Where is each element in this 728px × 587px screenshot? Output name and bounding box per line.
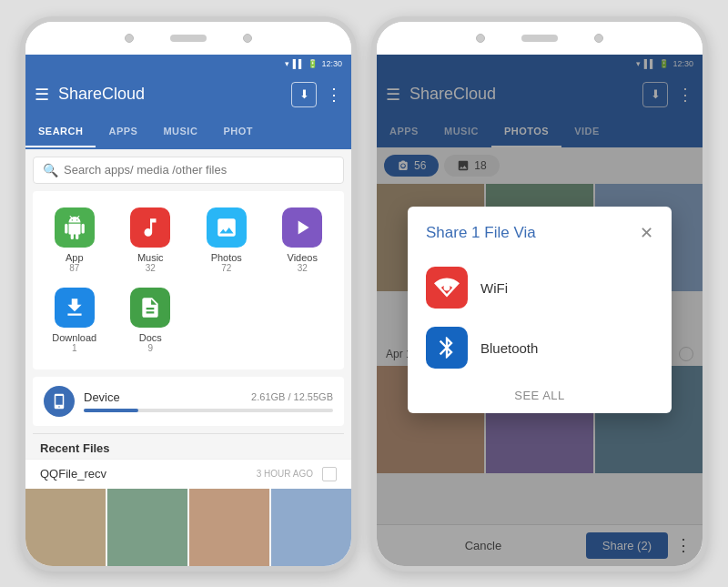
main-tabs-1: SEARCH APPS MUSIC PHOT	[25, 116, 351, 149]
storage-fill	[84, 409, 138, 412]
status-icons-1: ▾ ▌▌ 🔋 12:30	[285, 59, 342, 68]
storage-values: 2.61GB / 12.55GB	[251, 391, 333, 402]
tab-photos-1[interactable]: PHOT	[210, 116, 266, 147]
battery-icon: 🔋	[308, 59, 318, 68]
storage-row: Device 2.61GB / 12.55GB	[44, 386, 333, 417]
videos-label: Videos	[288, 252, 318, 263]
phones-container: ▾ ▌▌ 🔋 12:30 ☰ ShareCloud ⬇ ⋮ SEARCH APP…	[11, 7, 717, 581]
download-label: Download	[52, 332, 96, 343]
app-screen-1: ▾ ▌▌ 🔋 12:30 ☰ ShareCloud ⬇ ⋮ SEARCH APP…	[25, 55, 351, 566]
thumbnail-row	[25, 489, 351, 566]
app-icon	[55, 207, 95, 248]
app-title-1: ShareCloud	[58, 85, 282, 104]
file-row: QQFile_recv 3 HOUR AGO	[25, 459, 351, 489]
docs-label: Docs	[139, 332, 162, 343]
signal-icon: ▌▌	[293, 59, 305, 68]
thumb-1	[25, 489, 106, 566]
storage-section: Device 2.61GB / 12.55GB	[33, 377, 344, 426]
device-label: Device	[84, 390, 120, 404]
thumb-4	[271, 489, 351, 566]
music-label: Music	[137, 252, 164, 263]
dialog-header: Share 1 File Via ✕	[426, 223, 653, 243]
bluetooth-option-icon	[426, 327, 468, 369]
storage-info: Device 2.61GB / 12.55GB	[84, 390, 333, 412]
bluetooth-label: Bluetooth	[480, 340, 538, 356]
see-all-button[interactable]: SEE ALL	[426, 378, 653, 406]
grid-item-docs[interactable]: Docs 9	[113, 280, 189, 360]
wifi-label: WiFi	[480, 280, 508, 296]
photos-label: Photos	[211, 252, 242, 263]
phone-1: ▾ ▌▌ 🔋 12:30 ☰ ShareCloud ⬇ ⋮ SEARCH APP…	[20, 16, 357, 572]
tab-music-1[interactable]: MUSIC	[150, 116, 210, 147]
music-count: 32	[146, 263, 156, 273]
docs-count: 9	[147, 343, 153, 353]
photos-icon	[207, 207, 247, 248]
file-checkbox[interactable]	[322, 467, 337, 481]
videos-count: 32	[298, 263, 308, 273]
sensor-1	[243, 34, 252, 43]
speaker-2	[521, 35, 558, 42]
device-icon	[44, 386, 75, 417]
status-bar-1: ▾ ▌▌ 🔋 12:30	[25, 55, 351, 73]
sensor-2	[594, 34, 603, 43]
speaker-1	[170, 35, 207, 42]
music-icon	[130, 207, 170, 248]
wifi-option-icon	[426, 267, 468, 309]
category-grid: App 87 Music 32 Photos 72	[33, 191, 344, 369]
app-count: 87	[69, 263, 79, 273]
app-bar-1: ☰ ShareCloud ⬇ ⋮	[25, 73, 351, 116]
phone-2: ▾ ▌▌ 🔋 12:30 ☰ ShareCloud ⬇ ⋮ APPS MUSIC…	[371, 16, 708, 572]
search-input-1[interactable]	[64, 163, 334, 177]
dialog-close-button[interactable]: ✕	[640, 223, 653, 243]
search-bar-1: 🔍	[33, 157, 344, 184]
recent-files-title: Recent Files	[25, 434, 351, 459]
file-name: QQFile_recv	[40, 467, 248, 481]
grid-item-music[interactable]: Music 32	[113, 200, 189, 280]
thumb-3	[189, 489, 269, 566]
wifi-status-icon: ▾	[285, 59, 289, 68]
dialog-title: Share 1 File Via	[426, 224, 536, 242]
tab-apps-1[interactable]: APPS	[96, 116, 150, 147]
share-option-wifi[interactable]: WiFi	[426, 258, 653, 318]
videos-icon	[282, 207, 322, 248]
grid-item-download[interactable]: Download 1	[36, 280, 113, 360]
time-display-1: 12:30	[321, 59, 342, 68]
storage-progress-bar	[84, 409, 333, 412]
share-dialog: Share 1 File Via ✕ WiFi	[408, 207, 672, 413]
front-camera-1	[125, 34, 134, 43]
dialog-overlay[interactable]: Share 1 File Via ✕ WiFi	[377, 55, 703, 566]
file-time: 3 HOUR AGO	[257, 469, 313, 479]
download-icon-1[interactable]: ⬇	[291, 82, 317, 107]
download-grid-icon	[55, 288, 95, 328]
app-label: App	[66, 252, 84, 263]
search-icon-1: 🔍	[43, 163, 58, 177]
share-option-bluetooth[interactable]: Bluetooth	[426, 318, 653, 378]
docs-icon	[130, 288, 170, 328]
hamburger-icon-1[interactable]: ☰	[35, 85, 49, 105]
phone-top-bar-1	[25, 22, 351, 55]
download-symbol: ⬇	[299, 87, 309, 101]
phone-top-bar-2	[377, 22, 703, 55]
tab-search[interactable]: SEARCH	[25, 116, 96, 147]
thumb-2	[107, 489, 187, 566]
front-camera-2	[476, 34, 485, 43]
more-options-icon-1[interactable]: ⋮	[326, 85, 342, 105]
grid-item-app[interactable]: App 87	[36, 200, 113, 280]
grid-item-photos[interactable]: Photos 72	[188, 200, 265, 280]
photos-count: 72	[221, 263, 231, 273]
app-screen-2: ▾ ▌▌ 🔋 12:30 ☰ ShareCloud ⬇ ⋮ APPS MUSIC…	[377, 55, 703, 566]
download-count: 1	[72, 343, 77, 353]
grid-item-videos[interactable]: Videos 32	[265, 200, 341, 280]
